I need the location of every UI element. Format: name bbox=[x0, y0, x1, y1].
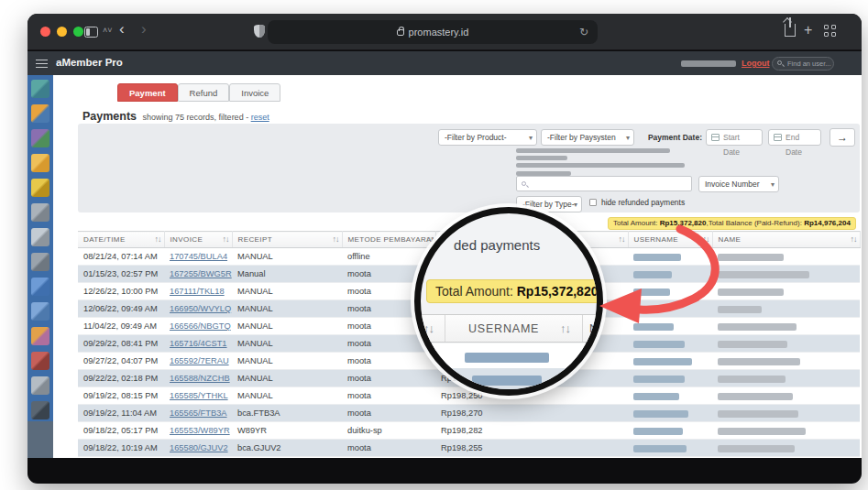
cell-date: 12/06/22, 09:49 AM bbox=[78, 300, 164, 318]
minimize-window-button[interactable] bbox=[57, 27, 67, 37]
magnified-username-header: USERNAME bbox=[468, 322, 539, 335]
start-date-button[interactable]: Start Date bbox=[706, 129, 763, 146]
table-row: 09/18/22, 05:17 PM165553/W89YRW89YRduitk… bbox=[78, 422, 860, 440]
add-user-icon[interactable] bbox=[31, 327, 49, 345]
privacy-shield-icon[interactable] bbox=[254, 25, 265, 38]
cell-invoice: 165592/7ERAU bbox=[164, 353, 232, 370]
col-username[interactable]: USERNAME↑↓ bbox=[628, 232, 712, 248]
cell-date: 09/29/22, 08:41 PM bbox=[78, 335, 164, 353]
sidebar-toggle-icon[interactable] bbox=[84, 27, 98, 38]
affiliates-users-icon[interactable] bbox=[31, 253, 49, 271]
col-name[interactable]: NAME↑↓ bbox=[712, 232, 860, 248]
invoice-link[interactable]: 165592/7ERAU bbox=[170, 356, 229, 365]
filter-paysystem-select[interactable]: -Filter by Paysysten bbox=[541, 129, 634, 146]
cell-username-redacted bbox=[628, 318, 712, 335]
forward-button[interactable]: › bbox=[141, 21, 147, 38]
cell-method: moota bbox=[342, 353, 435, 370]
content-pages-icon[interactable] bbox=[31, 302, 49, 321]
col-method[interactable]: METODE PEMBAYARAN↑↓ bbox=[342, 232, 435, 248]
table-row: 09/19/22, 11:04 AM165565/FTB3Abca.FTB3Am… bbox=[78, 405, 860, 422]
invoice-link[interactable]: 165580/GJUV2 bbox=[170, 443, 228, 452]
sort-icon[interactable]: ↑↓ bbox=[851, 234, 857, 244]
reports-chart-icon[interactable] bbox=[31, 129, 49, 147]
app-title: aMember Pro bbox=[56, 57, 123, 68]
sort-icon[interactable]: ↑↓ bbox=[223, 234, 229, 244]
helpdesk-globe-icon[interactable] bbox=[31, 352, 49, 370]
invoice-link[interactable]: 170745/BULA4 bbox=[170, 252, 227, 261]
invoice-link[interactable]: 167255/BWG5R bbox=[170, 269, 232, 278]
address-bar[interactable]: promastery.id ↻ bbox=[268, 20, 598, 44]
chevron-down-icon[interactable]: ˄˅ bbox=[103, 26, 113, 35]
cell-receipt: MANUAL bbox=[232, 335, 342, 353]
info-clock-icon[interactable] bbox=[31, 401, 49, 419]
cell-amount: Rp198,255 bbox=[435, 440, 628, 457]
cell-name-redacted bbox=[712, 370, 860, 387]
cell-date: 09/19/22, 08:15 PM bbox=[78, 387, 164, 405]
magnified-hide-refunded-text: ded payments bbox=[454, 237, 540, 253]
sort-icon[interactable]: ↑↓ bbox=[426, 234, 433, 244]
cell-method: moota bbox=[342, 405, 435, 422]
cell-method: duitku-sp bbox=[342, 422, 435, 440]
table-row: 09/18/22, 10:19 AM165580/GJUV2bca.GJUV2m… bbox=[78, 440, 860, 457]
invoice-link[interactable]: 165585/YTHKL bbox=[170, 391, 228, 400]
cell-name-redacted bbox=[712, 405, 860, 422]
setup-gear-icon[interactable] bbox=[31, 203, 49, 222]
sort-icon[interactable]: ↑↓ bbox=[619, 234, 625, 244]
reset-filter-link[interactable]: reset bbox=[251, 113, 269, 122]
tab-refund[interactable]: Refund bbox=[178, 83, 230, 102]
filter-product-select[interactable]: -Filter by Product- bbox=[438, 129, 537, 146]
new-tab-icon[interactable]: + bbox=[804, 22, 812, 38]
zoom-window-button[interactable] bbox=[73, 27, 83, 37]
dashboard-icon[interactable] bbox=[31, 80, 49, 98]
hide-refunded-checkbox[interactable] bbox=[589, 199, 597, 206]
cart-icon[interactable] bbox=[31, 228, 49, 246]
utilities-wrench-icon[interactable] bbox=[31, 376, 49, 395]
admin-sidebar bbox=[27, 75, 53, 458]
cell-name-redacted bbox=[712, 283, 860, 300]
sort-icon[interactable]: ↑↓ bbox=[155, 234, 161, 244]
find-user-input[interactable]: Find an user... bbox=[772, 57, 834, 71]
protection-lock-icon[interactable] bbox=[31, 179, 49, 197]
col-invoice[interactable]: INVOICE↑↓ bbox=[164, 232, 232, 248]
menu-hamburger-icon[interactable] bbox=[36, 60, 48, 68]
cell-username-redacted bbox=[628, 266, 712, 283]
cell-username-redacted bbox=[628, 335, 712, 353]
sort-icon[interactable]: ↑↓ bbox=[333, 234, 339, 244]
share-icon[interactable] bbox=[785, 24, 796, 37]
redacted-filter-line bbox=[516, 156, 567, 160]
invoice-link[interactable]: 165553/W89YR bbox=[170, 426, 230, 435]
cell-name-redacted bbox=[712, 422, 860, 440]
cell-name-redacted bbox=[712, 318, 860, 335]
hide-refunded-label: hide refunded payments bbox=[601, 198, 685, 207]
invoice-link[interactable]: 166566/NBGTQ bbox=[170, 321, 231, 331]
reload-icon[interactable]: ↻ bbox=[579, 20, 588, 44]
sort-icon[interactable]: ↑↓ bbox=[703, 234, 709, 244]
back-button[interactable]: ‹ bbox=[119, 21, 125, 38]
tab-overview-icon[interactable] bbox=[824, 25, 836, 37]
tab-invoice[interactable]: Invoice bbox=[229, 83, 280, 102]
calendar-icon bbox=[711, 134, 720, 141]
search-field-select[interactable]: Invoice Number bbox=[698, 176, 779, 192]
invoice-link[interactable]: 167111/TKL18 bbox=[170, 287, 225, 296]
logout-link[interactable]: Logout bbox=[742, 59, 770, 68]
apply-filter-arrow-button[interactable]: → bbox=[830, 128, 855, 147]
invoice-link[interactable]: 166950/WVYLQ bbox=[170, 304, 231, 313]
page-title-row: Payments showing 75 records, filtered - … bbox=[82, 110, 269, 123]
invoice-link[interactable]: 165588/NZCHB bbox=[170, 374, 230, 383]
tab-payment[interactable]: Payment bbox=[117, 83, 178, 102]
cell-receipt: Manual bbox=[232, 266, 342, 283]
invoice-link[interactable]: 165565/FTB3A bbox=[170, 408, 227, 418]
integration-link-icon[interactable] bbox=[31, 278, 49, 296]
col-datetime[interactable]: DATE/TIME↑↓ bbox=[78, 232, 164, 248]
products-folder-icon[interactable] bbox=[31, 154, 49, 172]
user-icon[interactable] bbox=[31, 104, 49, 123]
close-window-button[interactable] bbox=[40, 27, 50, 37]
sort-icon: ↑↓ bbox=[423, 321, 434, 335]
col-receipt[interactable]: RECEIPT↑↓ bbox=[232, 232, 342, 248]
cell-username-redacted bbox=[628, 405, 712, 422]
invoice-link[interactable]: 165716/4CST1 bbox=[170, 339, 227, 348]
end-date-button[interactable]: End Date bbox=[768, 129, 821, 146]
invoice-search-input[interactable] bbox=[516, 176, 692, 191]
cell-receipt: MANUAL bbox=[232, 248, 342, 266]
cell-invoice: 167111/TKL18 bbox=[164, 283, 232, 300]
